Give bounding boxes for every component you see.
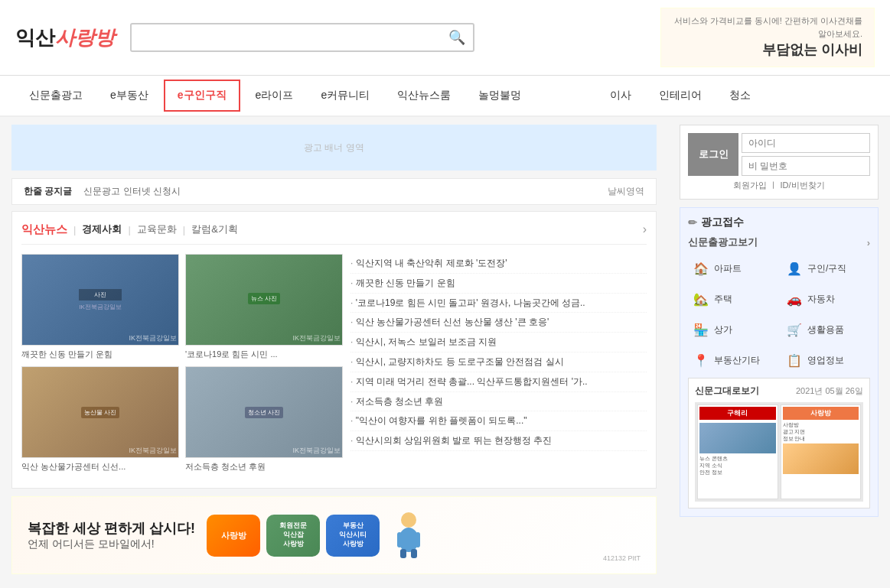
nav-item-play[interactable]: 놀멍불멍 <box>465 78 535 113</box>
sidebar-news-label: 신문출광고보기 › <box>688 236 870 249</box>
main-content: 광고 배너 영역 한줄 공지글 신문광고 인터넷 신청시 날씨영역 익산뉴스 |… <box>0 117 668 582</box>
np-right-content: 사랑방광고 지면정보 안내 <box>783 421 859 442</box>
news-list-item[interactable]: 지역 미래 먹거리 전략 총괄... 익산푸드통합지원센터 '가.. <box>350 372 647 392</box>
news-section: 익산뉴스 | 경제사회 | 교육문화 | 칼럼&기획 › <box>11 211 657 489</box>
news-list-item[interactable]: 깨끗한 신동 만들기 운힘 <box>350 274 647 294</box>
weather-area: 날씨영역 <box>608 185 644 198</box>
search-input[interactable] <box>132 27 441 48</box>
nav-item-elife[interactable]: e라이프 <box>242 78 308 113</box>
news-more-btn[interactable]: › <box>643 223 647 236</box>
nav-item-interior[interactable]: 인테리어 <box>645 78 716 113</box>
news-tab-economy[interactable]: 경제사회 <box>78 221 126 238</box>
news-tab-education[interactable]: 교육문화 <box>133 221 181 238</box>
news-tab-column[interactable]: 칼럼&기획 <box>187 221 242 238</box>
join-link[interactable]: 회원가입 <box>733 180 767 190</box>
svg-rect-3 <box>416 532 420 547</box>
sidebar-news-more[interactable]: › <box>867 237 870 249</box>
top-banner: 광고 배너 영역 <box>11 125 657 171</box>
biz-icon: 📋 <box>785 351 804 369</box>
car-icon: 🚗 <box>785 290 804 308</box>
banner-character <box>386 508 432 562</box>
nav-item-real-estate[interactable]: e부동산 <box>96 78 162 113</box>
nav-item-cleaning[interactable]: 청소 <box>716 78 764 113</box>
news-list-item[interactable]: 익산시의회 상임위원회 발로 뛰는 현장행정 추진 <box>350 431 647 451</box>
job-icon: 👤 <box>785 259 804 278</box>
nav-item-job[interactable]: e구인구직 <box>164 80 240 112</box>
sidebar-grid-biz[interactable]: 📋 영업정보 <box>781 347 870 373</box>
notice-bar: 한줄 공지글 신문광고 인터넷 신청시 날씨영역 <box>11 178 657 205</box>
news-list-item[interactable]: "익산이 여향자를 위한 플렛폼이 되도록..." <box>350 411 647 431</box>
watermark-4: IK전북금강일보 <box>292 446 341 456</box>
login-button[interactable]: 로그인 <box>688 133 738 176</box>
sidebar-newspaper[interactable]: 신문그대로보기 2021년 05월 26일 구해리 뉴스 콘텐츠지역 소식안전 … <box>688 378 870 508</box>
news-list-item[interactable]: 저소득층 청소년 후원 <box>350 392 647 412</box>
news-caption-3: 익산 농산물가공센터 신선... <box>21 461 179 473</box>
news-item-3[interactable]: 농산물 사진 IK전북금강일보 익산 농산물가공센터 신선... <box>21 366 179 473</box>
news-item-2[interactable]: 뉴스 사진 IK전북금강일보 '코로나19로 힘든 시민 ... <box>185 254 343 360</box>
news-list-item[interactable]: 익산 농산물가공센터 신선 농산물 생산 '큰 호응' <box>350 313 647 333</box>
goods-label: 생활용품 <box>807 323 844 336</box>
sidebar-grid-house[interactable]: 🏡 주택 <box>688 286 777 312</box>
main-nav: 신문출광고 e부동산 e구인구직 e라이프 e커뮤니티 익산뉴스룸 놀멍불멍 이… <box>0 76 890 117</box>
banner-icon-sarangbang[interactable]: 사랑방 <box>207 515 260 557</box>
sidebar-grid-job[interactable]: 👤 구인/구직 <box>781 255 870 281</box>
news-list-item[interactable]: '코로나19로 힘든 시민 돌고파' 원경사, 나눔곳간에 성금.. <box>350 294 647 313</box>
np-right-img <box>783 443 859 474</box>
sidebar-grid-realestate[interactable]: 📍 부동산기타 <box>688 347 777 373</box>
nav-item-community[interactable]: e커뮤니티 <box>307 78 383 113</box>
newspaper-header: 신문그대로보기 2021년 05월 26일 <box>695 385 863 398</box>
logo: 익산사랑방 <box>15 24 115 51</box>
sidebar-category-grid: 🏠 아파트 👤 구인/구직 🏡 주택 🚗 자동차 🏪 상가 <box>688 255 870 373</box>
news-img-3: 농산물 사진 IK전북금강일보 <box>21 366 179 458</box>
watermark-3: IK전북금강일보 <box>129 446 177 456</box>
svg-rect-4 <box>400 549 406 558</box>
store-icon: 🏪 <box>692 320 710 339</box>
nav-item-news[interactable]: 익산뉴스룸 <box>383 78 465 113</box>
job-label: 구인/구직 <box>807 262 846 275</box>
newspaper-date: 2021년 05월 26일 <box>796 385 863 397</box>
np-col-left: 구해리 뉴스 콘텐츠지역 소식안전 정보 <box>697 404 778 499</box>
news-list-item[interactable]: 익산시, 교량지하차도 등 도로구조물 안전점검 실시 <box>350 352 647 372</box>
nav-item-moving[interactable]: 이사 <box>596 78 645 113</box>
news-img-2: 뉴스 사진 IK전북금강일보 <box>185 254 343 346</box>
banner-icon-익산잡[interactable]: 회원전문 익산잡 사랑방 <box>266 515 320 557</box>
news-list-item[interactable]: 익산지역 내 축산악취 제로화 '도전장' <box>350 254 647 274</box>
header: 익산사랑방 🔍 서비스와 가격비교를 동시에! 간편하게 이사견채를 알아보세요… <box>0 0 890 76</box>
sidebar-grid-apt[interactable]: 🏠 아파트 <box>688 255 777 281</box>
news-item-1[interactable]: 사진 IK전북금강일보 IK전북금강일보 깨끗한 신동 만들기 운힘 <box>21 254 179 360</box>
np-left-content: 뉴스 콘텐츠지역 소식안전 정보 <box>699 455 776 476</box>
bottom-watermark: 412132 PItT <box>603 554 641 562</box>
sidebar-grid-car[interactable]: 🚗 자동차 <box>781 286 870 312</box>
logo-text: 익산사랑방 <box>15 26 115 49</box>
news-list: 익산지역 내 축산악취 제로화 '도전장' 깨끗한 신동 만들기 운힘 '코로나… <box>350 254 647 479</box>
search-button[interactable]: 🔍 <box>441 24 473 50</box>
news-list-item[interactable]: 익산시, 저녹스 보일러 보조금 지원 <box>350 333 647 352</box>
svg-point-0 <box>401 512 416 528</box>
news-tab-main[interactable]: 익산뉴스 <box>21 223 67 237</box>
np-col-right: 사랑방 사랑방광고 지면정보 안내 <box>781 404 862 499</box>
sidebar-grid-store[interactable]: 🏪 상가 <box>688 317 777 343</box>
np-left-header: 구해리 <box>699 407 776 420</box>
sidebar-ad-title: 광고접수 <box>688 216 870 229</box>
news-image-grid: 사진 IK전북금강일보 IK전북금강일보 깨끗한 신동 만들기 운힘 <box>21 254 343 473</box>
login-pw-input[interactable] <box>742 156 870 176</box>
apt-icon: 🏠 <box>692 259 710 278</box>
notice-label: 한줄 공지글 <box>24 185 72 198</box>
sidebar-grid-goods[interactable]: 🛒 생활용품 <box>781 317 870 343</box>
notice-text[interactable]: 신문광고 인터넷 신청시 <box>83 185 181 198</box>
house-label: 주택 <box>714 293 732 306</box>
watermark-1: IK전북금강일보 <box>129 333 177 343</box>
login-id-input[interactable] <box>742 133 870 153</box>
news-caption-4: 저소득층 청소년 후원 <box>185 461 343 473</box>
sidebar-ad-section: 광고접수 신문출광고보기 › 🏠 아파트 👤 구인/구직 🏡 주택 <box>680 207 879 517</box>
banner-icon-realestate[interactable]: 부동산 익산시티 사랑방 <box>326 515 380 557</box>
news-caption-1: 깨끗한 신동 만들기 운힘 <box>21 349 179 360</box>
car-label: 자동차 <box>807 293 835 306</box>
header-ad-big: 부담없는 이사비 <box>673 40 862 60</box>
bottom-banner-icons: 사랑방 회원전문 익산잡 사랑방 부동산 익산시티 사랑방 <box>207 508 432 562</box>
news-caption-2: '코로나19로 힘든 시민 ... <box>185 349 343 360</box>
main-layout: 광고 배너 영역 한줄 공지글 신문광고 인터넷 신청시 날씨영역 익산뉴스 |… <box>0 117 890 582</box>
news-item-4[interactable]: 청소년 사진 IK전북금강일보 저소득층 청소년 후원 <box>185 366 343 473</box>
find-link[interactable]: ID/비번찾기 <box>781 180 825 190</box>
nav-item-newspaper-ad[interactable]: 신문출광고 <box>15 78 96 113</box>
